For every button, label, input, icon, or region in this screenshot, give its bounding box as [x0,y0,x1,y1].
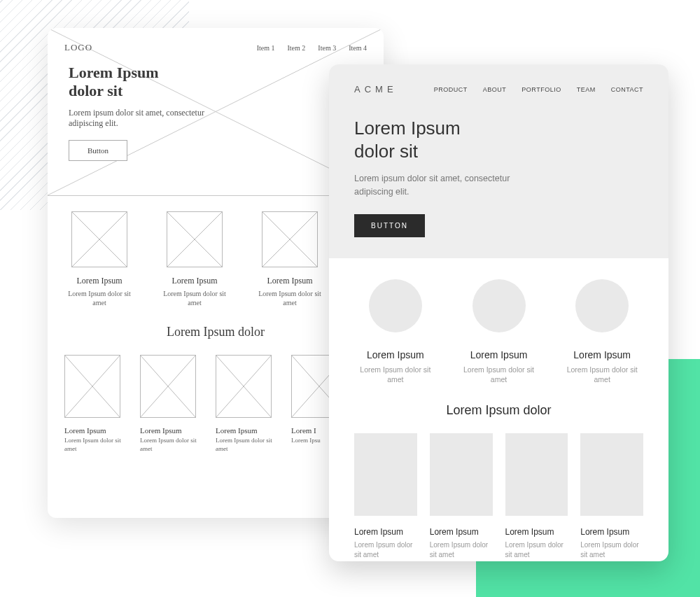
wireframe-item-card: Lorem Ipsum Lorem Ipsum dolor sit amet [64,355,127,453]
wireframe-feature-title: Lorem Ipsum [160,276,230,286]
mockup-nav-item[interactable]: TEAM [577,86,596,93]
circle-placeholder-icon [472,279,526,332]
wireframe-feature-title: Lorem Ipsum [64,276,134,286]
wireframe-item-card: Lorem Ipsum Lorem Ipsum dolor sit amet [216,355,279,453]
wireframe-feature-card: Lorem Ipsum Lorem Ipsum dolor sit amet [255,211,325,307]
mockup-item-sub: Lorem Ipsum dolor sit amet [430,540,493,560]
mockup-item-card: Lorem Ipsum Lorem Ipsum dolor sit amet [580,433,643,560]
wireframe-feature-card: Lorem Ipsum Lorem Ipsum dolor sit amet [160,211,230,307]
mockup-item-card: Lorem Ipsum Lorem Ipsum dolor sit amet [430,433,493,560]
wireframe-item-title: Lorem Ipsum [140,426,203,435]
wireframe-item-sub: Lorem Ipsum dolor sit amet [216,437,279,453]
mockup-nav-item[interactable]: ABOUT [483,86,507,93]
wireframe-item-sub: Lorem Ipsum dolor sit amet [64,437,127,453]
mockup-item-sub: Lorem Ipsum dolor sit amet [505,540,568,560]
mockup-hero-subtitle: Lorem ipsum dolor sit amet, consectetur … [354,172,529,199]
wireframe-hero-button[interactable]: Button [69,140,127,161]
mockup-hero-title-line1: Lorem Ipsum [354,118,461,139]
wireframe-item-title: Lorem Ipsum [64,426,127,435]
mockup-item-title: Lorem Ipsum [580,527,643,537]
circle-placeholder-icon [575,279,629,332]
rect-placeholder-icon [580,433,643,516]
mockup-feature-card: Lorem Ipsum Lorem Ipsum dolor sit amet [354,279,437,385]
mockup-nav-item[interactable]: PORTFOLIO [522,86,561,93]
mockup-nav: PRODUCT ABOUT PORTFOLIO TEAM CONTACT [434,86,643,93]
rect-placeholder-icon [505,433,568,516]
wireframe-nav-item[interactable]: Item 1 [257,44,275,52]
mockup-hero: ACME PRODUCT ABOUT PORTFOLIO TEAM CONTAC… [329,64,668,258]
wireframe-feature-sub: Lorem Ipsum dolor sit amet [160,289,230,307]
mockup-feature-title: Lorem Ipsum [354,349,437,360]
mockup-feature-card: Lorem Ipsum Lorem Ipsum dolor sit amet [458,279,540,385]
wireframe-hero-title: Lorem Ipsum dolor sit [69,64,363,101]
mockup-feature-card: Lorem Ipsum Lorem Ipsum dolor sit amet [561,279,643,385]
wireframe-hero-title-line2: dolor sit [69,82,122,99]
mockup-feature-title: Lorem Ipsum [458,349,540,360]
wireframe-item-title: Lorem Ipsum [216,426,279,435]
wireframe-features-row: Lorem Ipsum Lorem Ipsum dolor sit amet L… [64,211,367,307]
wireframe-nav-item[interactable]: Item 2 [288,44,306,52]
wireframe-hero-title-line1: Lorem Ipsum [69,64,159,81]
wireframe-feature-card: Lorem Ipsum Lorem Ipsum dolor sit amet [64,211,134,307]
circle-placeholder-icon [369,279,422,332]
image-placeholder-icon [140,355,196,418]
mockup-hero-title: Lorem Ipsum dolor sit [354,117,643,162]
image-placeholder-icon [71,211,127,267]
mockup-item-card: Lorem Ipsum Lorem Ipsum dolor sit amet [505,433,568,560]
wireframe-nav-item[interactable]: Item 4 [349,44,367,52]
mockup-item-sub: Lorem Ipsum dolor sit amet [580,540,643,560]
mockup-nav-item[interactable]: PRODUCT [434,86,468,93]
mockup-hero-title-line2: dolor sit [354,141,418,162]
wireframe-feature-title: Lorem Ipsum [255,276,325,286]
rect-placeholder-icon [354,433,417,516]
wireframe-item-sub: Lorem Ipsum dolor sit amet [140,437,203,453]
mockup-nav-item[interactable]: CONTACT [611,86,643,93]
wireframe-hero-subtitle: Lorem ipsum dolor sit amet, consectetur … [69,108,209,129]
mockup-features-row: Lorem Ipsum Lorem Ipsum dolor sit amet L… [354,279,643,385]
wireframe-feature-sub: Lorem Ipsum dolor sit amet [255,289,325,307]
mockup-items-row: Lorem Ipsum Lorem Ipsum dolor sit amet L… [329,423,668,560]
mockup-item-title: Lorem Ipsum [505,527,568,537]
mockup-section2-title: Lorem Ipsum dolor [329,403,668,418]
mockup-hero-button[interactable]: BUTTON [354,214,425,237]
image-placeholder-icon [167,211,223,267]
mockup-item-card: Lorem Ipsum Lorem Ipsum dolor sit amet [354,433,417,560]
image-placeholder-icon [64,355,120,418]
rect-placeholder-icon [430,433,493,516]
wireframe-nav: Item 1 Item 2 Item 3 Item 4 [257,44,367,52]
image-placeholder-icon [216,355,272,418]
mockup-panel: ACME PRODUCT ABOUT PORTFOLIO TEAM CONTAC… [329,64,668,561]
mockup-feature-sub: Lorem Ipsum dolor sit amet [354,365,437,385]
mockup-feature-sub: Lorem Ipsum dolor sit amet [561,365,643,385]
mockup-feature-sub: Lorem Ipsum dolor sit amet [458,365,540,385]
wireframe-nav-item[interactable]: Item 3 [318,44,336,52]
wireframe-logo: LOGO [64,42,92,53]
mockup-logo: ACME [354,84,398,94]
image-placeholder-icon [262,211,318,267]
mockup-item-sub: Lorem Ipsum dolor sit amet [354,540,417,560]
mockup-item-title: Lorem Ipsum [430,527,493,537]
wireframe-item-card: Lorem Ipsum Lorem Ipsum dolor sit amet [140,355,203,453]
mockup-feature-title: Lorem Ipsum [561,349,643,360]
mockup-item-title: Lorem Ipsum [354,527,417,537]
wireframe-feature-sub: Lorem Ipsum dolor sit amet [64,289,134,307]
